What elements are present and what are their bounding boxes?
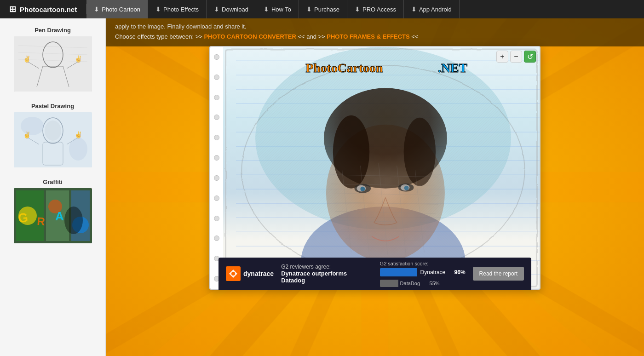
svg-text:✌: ✌ — [23, 55, 31, 63]
datadog-bar-fill — [380, 280, 398, 287]
g2-title: G2 satisfaction score: — [380, 261, 466, 266]
svg-point-34 — [64, 207, 83, 234]
hole-7 — [214, 175, 219, 181]
canvas-wrapper: PhotoCartoon .NET + − ↺ — [209, 46, 540, 290]
zoom-out-button[interactable]: − — [510, 51, 522, 63]
svg-text:R: R — [36, 215, 45, 228]
hole-4 — [214, 115, 219, 120]
g2-datadog-label: DataDog — [400, 281, 428, 286]
nav-icon-how-to: ⬇ — [264, 6, 269, 13]
refresh-button[interactable]: ↺ — [524, 51, 536, 63]
canvas-controls: + − ↺ — [496, 51, 536, 63]
graffiti-thumbnail[interactable]: G R A — [14, 188, 92, 243]
notebook-holes — [210, 47, 223, 289]
nav-icon-pro-access: ⬇ — [355, 6, 360, 13]
content-area: apply to the image. Finally download and… — [106, 18, 644, 356]
g2-dynatrace-bar: Dynatrace 96% — [380, 268, 466, 276]
hole-6 — [214, 155, 219, 161]
svg-point-22 — [69, 138, 87, 161]
sidebar-section-graffiti: Graffiti G — [0, 175, 105, 251]
nav-item-how-to[interactable]: ⬇ How To — [256, 0, 299, 18]
nav-logo[interactable]: ⊞ Photocartoon.net — [0, 4, 86, 14]
zoom-in-button[interactable]: + — [496, 51, 508, 63]
g2-datadog-pct: 55% — [430, 281, 440, 286]
dynatrace-icon — [226, 266, 241, 281]
pen-drawing-thumbnail[interactable]: ✌ ✌ — [14, 36, 92, 92]
pen-drawing-label: Pen Drawing — [0, 23, 105, 36]
dynatrace-text: dynatrace — [243, 270, 274, 277]
pastel-drawing-label: Pastel Drawing — [0, 99, 105, 112]
ad-text: G2 reviewers agree: Dynatrace outperform… — [281, 264, 372, 284]
graffiti-label: Graffiti — [0, 175, 105, 188]
graffiti-preview: G R A — [14, 188, 92, 243]
photo-cartoon-link[interactable]: PHOTO CARTOON CONVERTER — [204, 33, 296, 40]
nav-items: ⬇ Photo Cartoon ⬇ Photo Effects ⬇ Downlo… — [86, 0, 460, 18]
svg-point-87 — [404, 186, 409, 190]
pastel-drawing-preview: ✌ ✌ — [14, 112, 92, 167]
nav-item-app-android[interactable]: ⬇ App Android — [404, 0, 460, 18]
svg-point-21 — [21, 117, 44, 135]
nav-icon-app-android: ⬇ — [411, 6, 417, 13]
svg-text:✌: ✌ — [75, 55, 83, 63]
hole-3 — [214, 95, 219, 100]
info-bar: apply to the image. Finally download and… — [106, 18, 644, 46]
hole-9 — [214, 216, 219, 221]
sidebar: Pen Drawing — [0, 18, 106, 356]
svg-text:.NET: .NET — [438, 61, 468, 75]
g2-dynatrace-pct: 96% — [454, 269, 466, 276]
ad-subhead: Dynatrace outperforms Datadog — [281, 270, 372, 284]
svg-point-91 — [231, 272, 235, 276]
svg-point-67 — [333, 115, 369, 189]
hole-2 — [214, 75, 219, 80]
nav-item-photo-effects[interactable]: ⬇ Photo Effects — [148, 0, 207, 18]
hole-8 — [214, 195, 219, 201]
nav-item-photo-cartoon[interactable]: ⬇ Photo Cartoon — [86, 0, 148, 18]
svg-point-68 — [404, 118, 436, 186]
read-report-button[interactable]: Read the report — [473, 267, 524, 281]
nav-item-purchase[interactable]: ⬇ Purchase — [299, 0, 347, 18]
g2-dynatrace-label: Dynatrace — [420, 269, 453, 276]
nav-item-pro-access[interactable]: ⬇ PRO Access — [347, 0, 404, 18]
dynatrace-bar-fill — [380, 268, 417, 276]
svg-point-20 — [45, 121, 61, 141]
hole-10 — [214, 235, 219, 241]
info-line2: Choose effects type between: >> PHOTO CA… — [115, 32, 635, 41]
sidebar-section-pen-drawing: Pen Drawing — [0, 23, 105, 99]
ad-banner: dynatrace G2 reviewers agree: Dynatrace … — [218, 258, 531, 290]
nav-icon-download: ⬇ — [214, 6, 219, 13]
svg-text:PhotoCartoon: PhotoCartoon — [305, 61, 383, 75]
canvas-image-area: PhotoCartoon .NET — [223, 47, 540, 289]
nav-icon-photo-effects: ⬇ — [155, 6, 161, 13]
svg-rect-0 — [14, 36, 92, 92]
svg-text:A: A — [55, 209, 64, 223]
svg-point-86 — [360, 187, 365, 191]
pastel-drawing-thumbnail[interactable]: ✌ ✌ — [14, 112, 92, 167]
canvas-container: PhotoCartoon .NET + − ↺ — [209, 46, 540, 290]
nav-item-download[interactable]: ⬇ Download — [207, 0, 256, 18]
ad-headline: G2 reviewers agree: — [281, 264, 372, 270]
navbar: ⊞ Photocartoon.net ⬇ Photo Cartoon ⬇ Pho… — [0, 0, 644, 18]
main-wrapper: Pen Drawing — [0, 0, 644, 356]
grid-icon: ⊞ — [9, 4, 16, 14]
hole-5 — [214, 135, 219, 140]
hole-1 — [214, 54, 219, 60]
sidebar-section-pastel-drawing: Pastel Drawing ✌ ✌ — [0, 99, 105, 175]
info-line1: apply to the image. Finally download and… — [115, 22, 635, 31]
nav-logo-text: Photocartoon.net — [20, 6, 77, 13]
pen-drawing-preview: ✌ ✌ — [14, 36, 92, 92]
g2-datadog-row: DataDog 55% — [380, 280, 466, 287]
dynatrace-logo: dynatrace — [226, 266, 274, 281]
nav-icon-purchase: ⬇ — [306, 6, 312, 13]
svg-text:G: G — [17, 210, 28, 225]
photo-frames-link[interactable]: PHOTO FRAMES & EFFECTS — [327, 33, 409, 40]
g2-score: G2 satisfaction score: Dynatrace 96% Dat… — [380, 261, 466, 287]
nav-icon-photo-cartoon: ⬇ — [94, 6, 99, 13]
